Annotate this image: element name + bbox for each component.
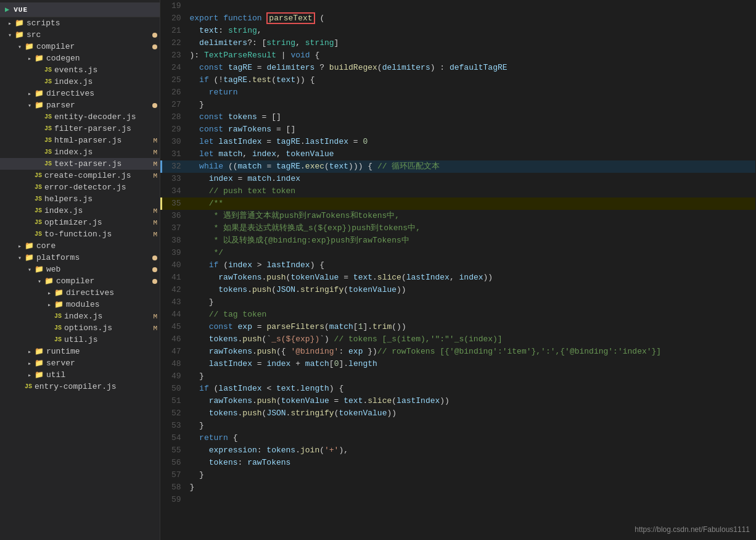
sidebar-item-web-util-js[interactable]: JSutil.js — [0, 334, 160, 346]
sidebar-item-index-js[interactable]: JSindex.js — [0, 76, 160, 88]
code-line-38: 38 * 以及转换成{@binding:exp}push到rawTokens中 — [162, 235, 755, 247]
code-content: const tokens = [] — [187, 111, 755, 123]
line-number: 54 — [162, 432, 187, 444]
sidebar-item-events-js[interactable]: JSevents.js — [0, 64, 160, 76]
line-number: 25 — [162, 74, 187, 86]
file-icon: JS — [44, 125, 52, 132]
file-icon: JS — [54, 336, 62, 343]
sidebar-item-web-modules[interactable]: ▸📁modules — [0, 299, 160, 310]
file-icon: JS — [54, 325, 62, 331]
code-line-29: 29 const rawTokens = [] — [162, 123, 755, 136]
code-line-41: 41 rawTokens.push(tokenValue = text.slic… — [162, 272, 755, 284]
sidebar-item-helpers-js[interactable]: JShelpers.js — [0, 193, 160, 205]
file-icon: JS — [35, 172, 42, 179]
sidebar-item-runtime[interactable]: ▸📁runtime — [0, 346, 160, 357]
sidebar-item-codegen[interactable]: ▸📁codegen — [0, 52, 160, 64]
code-content: } — [187, 420, 755, 432]
code-content: if (!tagRE.test(text)) { — [187, 74, 755, 86]
file-icon: JS — [54, 313, 62, 320]
sidebar-item-parser[interactable]: ▾📁parser — [0, 99, 160, 111]
tree-item-label: filter-parser.js — [54, 124, 157, 133]
sidebar-item-src[interactable]: ▾📁src — [0, 29, 160, 41]
sidebar-item-index-js3[interactable]: JSindex.jsM — [0, 205, 160, 217]
sidebar-item-create-compiler-js[interactable]: JScreate-compiler.jsM — [0, 170, 160, 181]
code-line-59: 59 — [162, 494, 755, 506]
sidebar-item-compiler[interactable]: ▾📁compiler — [0, 41, 160, 52]
modified-badge: M — [153, 207, 157, 215]
sidebar-item-scripts[interactable]: ▸📁scripts — [0, 17, 160, 29]
sidebar-item-web-compiler[interactable]: ▾📁compiler — [0, 275, 160, 287]
sidebar-item-directives[interactable]: ▸📁directives — [0, 88, 160, 99]
file-icon: 📁 — [54, 300, 64, 309]
sidebar-item-filter-parser-js[interactable]: JSfilter-parser.js — [0, 123, 160, 135]
code-content: let lastIndex = tagRE.lastIndex = 0 — [187, 136, 755, 148]
sidebar-item-entry-compiler-js[interactable]: JSentry-compiler.js — [0, 381, 160, 393]
file-icon: JS — [25, 383, 32, 390]
code-content: const rawTokens = [] — [187, 123, 755, 136]
code-line-55: 55 expression: tokens.join('+'), — [162, 444, 755, 457]
code-content: /** — [187, 197, 755, 210]
code-line-46: 46 tokens.push(`_s(${exp})`) // tokens [… — [162, 333, 755, 346]
line-number: 46 — [162, 333, 187, 346]
code-content: } — [187, 99, 755, 111]
file-icon: 📁 — [54, 288, 64, 297]
sidebar-item-optimizer-js[interactable]: JSoptimizer.jsM — [0, 217, 160, 228]
status-dot — [152, 44, 157, 49]
code-content: * 以及转换成{@binding:exp}push到rawTokens中 — [187, 235, 755, 247]
code-line-40: 40 if (index > lastIndex) { — [162, 259, 755, 272]
sidebar-item-index-js2[interactable]: JSindex.jsM — [0, 146, 160, 158]
status-dot — [152, 103, 157, 108]
tree-item-label: compiler — [56, 276, 150, 286]
code-line-37: 37 * 如果是表达式就转换成_s(${exp})push到tokens中, — [162, 222, 755, 235]
sidebar-item-util[interactable]: ▸📁util — [0, 369, 160, 381]
code-line-39: 39 */ — [162, 247, 755, 259]
tree-item-label: platforms — [36, 253, 150, 262]
sidebar-item-web-options-js[interactable]: JSoptions.jsM — [0, 322, 160, 334]
code-content: if (lastIndex < text.length) { — [187, 383, 755, 395]
file-icon: 📁 — [15, 19, 24, 28]
code-line-26: 26 return — [162, 86, 755, 99]
line-number: 38 — [162, 235, 187, 247]
line-number: 45 — [162, 321, 187, 333]
line-number: 59 — [162, 494, 187, 506]
tree-item-label: src — [27, 30, 150, 39]
sidebar-item-text-parser-js[interactable]: JStext-parser.jsM — [0, 158, 160, 170]
tree-item-label: text-parser.js — [54, 159, 150, 168]
code-line-27: 27 } — [162, 99, 755, 111]
code-editor[interactable]: 1920export function parseText (21 text: … — [160, 0, 756, 540]
sidebar-item-web-index-js[interactable]: JSindex.jsM — [0, 310, 160, 322]
sidebar-item-server[interactable]: ▸📁server — [0, 357, 160, 369]
code-content: if (index > lastIndex) { — [187, 259, 755, 272]
tree-arrow: ▸ — [44, 289, 54, 297]
sidebar-item-web-directives[interactable]: ▸📁directives — [0, 287, 160, 299]
tree-item-label: entity-decoder.js — [54, 112, 157, 122]
code-content — [187, 494, 755, 506]
line-number: 58 — [162, 481, 187, 494]
modified-badge: M — [153, 160, 157, 168]
code-content: rawTokens.push(tokenValue = text.slice(l… — [187, 272, 755, 284]
code-line-35: 35 /** — [162, 197, 755, 210]
sidebar-item-web[interactable]: ▾📁web — [0, 264, 160, 275]
line-number: 39 — [162, 247, 187, 259]
file-icon: 📁 — [44, 276, 54, 286]
modified-badge: M — [153, 325, 157, 332]
sidebar-item-to-function-js[interactable]: JSto-function.jsM — [0, 228, 160, 240]
sidebar-item-error-detector-js[interactable]: JSerror-detector.js — [0, 181, 160, 193]
status-dot — [152, 267, 157, 272]
file-icon: JS — [44, 78, 52, 85]
code-line-23: 23): TextParseResult | void { — [162, 49, 755, 62]
code-line-44: 44 // tag token — [162, 309, 755, 321]
sidebar-item-html-parser-js[interactable]: JShtml-parser.jsM — [0, 135, 160, 146]
sidebar-item-entity-decoder-js[interactable]: JSentity-decoder.js — [0, 111, 160, 123]
sidebar-item-core[interactable]: ▸📁core — [0, 240, 160, 252]
tree-item-label: error-detector.js — [44, 183, 157, 192]
file-icon: 📁 — [25, 42, 34, 51]
line-number: 29 — [162, 123, 187, 136]
modified-badge: M — [153, 149, 157, 156]
sidebar-item-platforms[interactable]: ▾📁platforms — [0, 252, 160, 264]
file-icon: JS — [35, 231, 42, 238]
code-content: const tagRE = delimiters ? buildRegex(de… — [187, 62, 755, 74]
modified-badge: M — [153, 313, 157, 320]
modified-badge: M — [153, 231, 157, 238]
code-line-52: 52 tokens.push(JSON.stringify(tokenValue… — [162, 407, 755, 420]
